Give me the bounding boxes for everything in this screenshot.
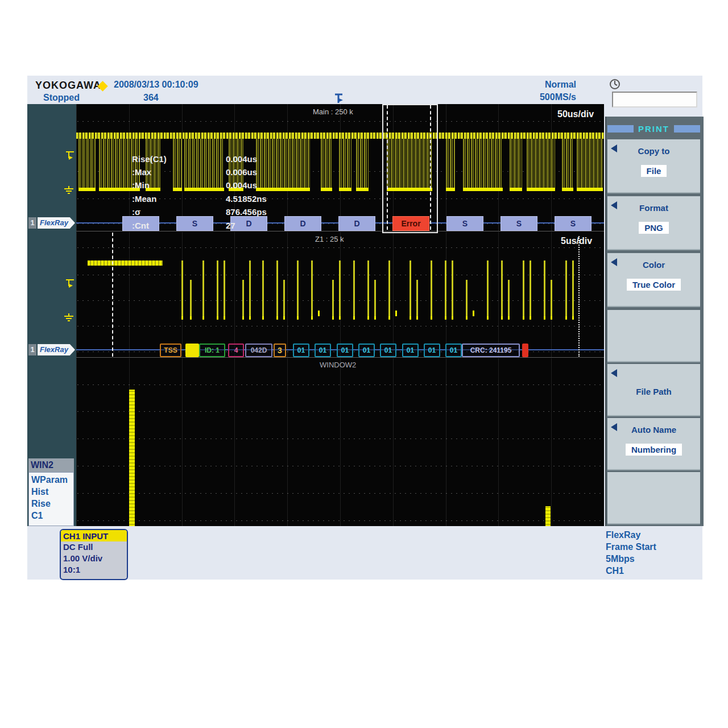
menu-file-path-button[interactable]: File Path	[607, 364, 700, 416]
decode-segment: D	[338, 216, 375, 231]
decode-channel-tag[interactable]: 1 FlexRay	[28, 217, 75, 229]
bus-setup-info: FlexRay Frame Start 5Mbps CH1	[606, 529, 656, 577]
z1-pulse	[217, 260, 218, 320]
z1-pulse	[224, 260, 225, 320]
brand-logo: YOKOGAWA	[35, 80, 101, 92]
ground-level-icon	[63, 185, 75, 198]
z1-cursor[interactable]	[112, 233, 113, 357]
decode-segment: S	[555, 216, 592, 231]
z1-pulse	[353, 260, 355, 320]
main-waveform-highband	[76, 133, 604, 139]
menu-auto-name-button[interactable]: Auto Name Numbering	[607, 418, 700, 470]
menu-item-label: Auto Name	[607, 418, 700, 435]
menu-empty-slot	[607, 472, 700, 524]
waveform-burst	[339, 139, 351, 191]
list-item[interactable]: WParam	[31, 474, 73, 486]
z1-pulse	[202, 260, 204, 320]
waveform-burst	[78, 139, 96, 191]
trigger-level-marker-icon[interactable]	[65, 150, 76, 163]
frame-tss: TSS	[160, 344, 181, 357]
zoom-timebase: 5us/div	[561, 236, 592, 246]
menu-item-value: File	[641, 165, 667, 177]
histogram-bar	[129, 390, 135, 526]
z1-pulse	[190, 280, 192, 320]
z1-waveform	[76, 260, 604, 320]
print-comment-input[interactable]	[612, 92, 697, 107]
frame-data-byte: 01	[358, 344, 375, 357]
menu-title-bar: PRINT	[605, 124, 702, 134]
menu-item-label: Format	[607, 196, 700, 213]
z1-pulse	[544, 260, 545, 320]
title-bar-decor	[674, 125, 700, 133]
z1-pulse	[501, 260, 503, 320]
zoom-cursor-left[interactable]	[387, 105, 388, 230]
datetime-display: 2008/03/13 00:10:09	[114, 80, 198, 90]
channel1-coupling: DC Full	[61, 541, 127, 553]
z1-pulse	[410, 260, 411, 320]
z1-pulse	[339, 260, 341, 320]
waveform-display-area: Main : 250 k 50us/div Z1 : 25 k 5us/div …	[76, 104, 604, 526]
waveform-burst	[446, 139, 455, 191]
frame-crc: CRC: 241195	[462, 344, 520, 357]
trigger-level-marker-icon[interactable]	[65, 278, 76, 291]
z1-pulse	[249, 260, 251, 320]
decode-channel-tag[interactable]: 1 FlexRay	[28, 344, 75, 355]
histogram-bar	[545, 506, 551, 526]
z1-pulse	[487, 260, 489, 320]
z1-pulse	[276, 260, 278, 320]
z1-pulse	[332, 280, 334, 320]
list-item[interactable]: C1	[31, 510, 73, 522]
frame-payload-length: 4	[228, 344, 244, 357]
z1-pulse	[262, 260, 264, 320]
frame-data-byte: 01	[337, 344, 353, 357]
z1-pulse	[523, 260, 524, 320]
menu-title: PRINT	[638, 124, 669, 134]
z1-pulse	[367, 260, 369, 320]
z1-pulse	[551, 280, 552, 320]
bus-bitrate: 5Mbps	[606, 553, 656, 565]
menu-copy-to-button[interactable]: Copy to File	[607, 139, 700, 193]
z1-pulse	[530, 260, 531, 320]
menu-item-value: Numbering	[626, 444, 682, 456]
menu-color-button[interactable]: Color True Color	[607, 253, 700, 307]
menu-arrow-icon	[611, 201, 617, 209]
soft-menu-panel: PRINT Copy to File Format PNG Color True…	[605, 76, 702, 526]
waveform-burst	[527, 139, 555, 191]
frame-bss-marker	[185, 344, 199, 357]
bus-trigger-event: Frame Start	[606, 541, 656, 553]
meas-value: 4.51852ns	[226, 194, 267, 204]
z1-pulse	[311, 260, 313, 320]
meas-label: :Cnt	[132, 221, 149, 230]
window-selector-title[interactable]: WIN2	[28, 458, 74, 472]
channel1-input-box[interactable]: CH1 INPUT DC Full 1.00 V/div 10:1	[60, 529, 128, 580]
z1-pulse	[473, 311, 474, 316]
channel1-probe: 10:1	[61, 564, 127, 576]
meas-value: 27	[226, 221, 235, 230]
z1-pulse	[466, 280, 468, 320]
main-timebase: 50us/div	[557, 109, 594, 119]
z1-pulse	[242, 280, 244, 320]
channel-number: 1	[28, 217, 36, 229]
list-item[interactable]: Hist	[31, 486, 73, 498]
frame-data-byte: 01	[380, 344, 396, 357]
z1-pulse	[395, 311, 397, 316]
meas-value: 0.004us	[226, 154, 257, 164]
menu-item-label: Copy to	[607, 139, 700, 156]
z1-right-cursor[interactable]	[578, 236, 580, 357]
meas-label: :Mean	[132, 194, 156, 204]
channel1-scale: 1.00 V/div	[61, 553, 127, 564]
z1-pulse	[565, 260, 567, 320]
z1-pulse	[181, 260, 183, 320]
bus-source-channel: CH1	[606, 565, 656, 577]
menu-item-label: Color	[607, 253, 700, 270]
waveform-burst	[321, 139, 332, 191]
zoom-cursor-right[interactable]	[430, 105, 431, 230]
channel1-title: CH1 INPUT	[61, 530, 127, 541]
frame-cycle-count: 3	[274, 344, 286, 357]
menu-item-value: True Color	[627, 279, 681, 291]
menu-format-button[interactable]: Format PNG	[607, 196, 700, 250]
list-item[interactable]: Rise	[31, 498, 73, 510]
channel-bus-name: FlexRay	[38, 344, 75, 355]
decode-segment: S	[500, 216, 537, 231]
frame-end-marker	[522, 344, 528, 357]
